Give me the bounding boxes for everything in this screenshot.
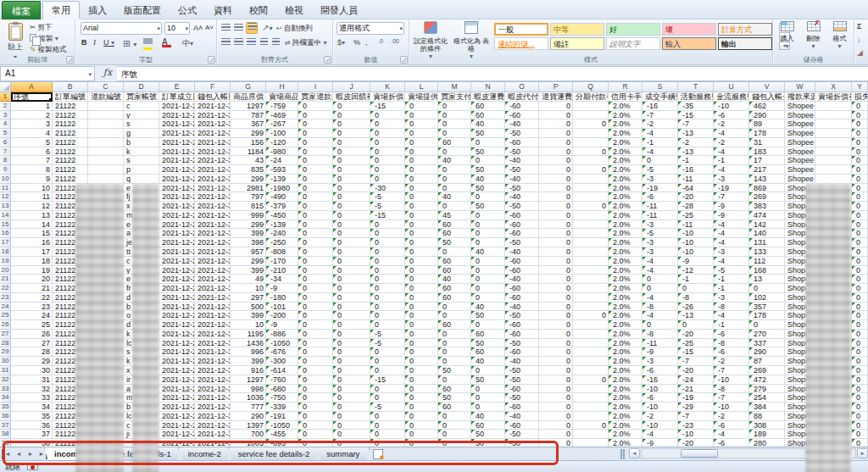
cell-L29[interactable]: 0: [405, 347, 438, 357]
cell-G19[interactable]: 299: [231, 257, 266, 266]
cell-A28[interactable]: 27: [11, 339, 53, 348]
cell-A19[interactable]: 18: [11, 257, 53, 266]
cell-A5[interactable]: 4: [11, 129, 53, 138]
cell-Q23[interactable]: [573, 293, 609, 303]
cell-U16[interactable]: -4: [714, 229, 749, 238]
cell-P16[interactable]: 0: [539, 229, 573, 238]
cell-X7[interactable]: [815, 147, 852, 157]
cell-H21[interactable]: -34: [266, 275, 298, 284]
cell-Q29[interactable]: [573, 347, 609, 357]
cell-X5[interactable]: [815, 129, 852, 138]
cell-S33[interactable]: -10: [643, 385, 678, 394]
cell-style-explan[interactable]: 說明文字: [606, 37, 660, 50]
row-header-27[interactable]: 27: [0, 330, 11, 339]
cell-M14[interactable]: 45: [438, 211, 471, 220]
cell-E22[interactable]: 2021-12-25: [159, 284, 195, 293]
row-header-36[interactable]: 36: [0, 412, 11, 421]
cell-O8[interactable]: -40: [505, 156, 539, 165]
cell-P5[interactable]: 0: [539, 129, 573, 138]
cell-A24[interactable]: 23: [11, 303, 53, 312]
cell-O25[interactable]: -50: [505, 311, 539, 320]
cell-V26[interactable]: 0: [749, 320, 785, 330]
row-header-1[interactable]: 1: [0, 92, 11, 102]
cell-Q36[interactable]: [573, 412, 609, 421]
cell-Y39[interactable]: 0: [852, 439, 868, 447]
cell-H1[interactable]: 賣場商品折價: [266, 92, 298, 102]
cell-G35[interactable]: 777: [231, 403, 266, 412]
cell-U33[interactable]: -8: [714, 385, 749, 394]
cell-R7[interactable]: 2.0%: [609, 147, 643, 157]
cell-Q11[interactable]: [573, 184, 609, 193]
row-header-12[interactable]: 12: [0, 192, 11, 202]
cell-F10[interactable]: 2021-12-31: [195, 175, 231, 184]
cell-R10[interactable]: 2.0%: [609, 175, 643, 184]
cell-Y29[interactable]: 0: [852, 347, 868, 357]
cell-H14[interactable]: -450: [266, 211, 298, 220]
cell-F7[interactable]: 2021-12-31: [195, 147, 231, 157]
cell-O10[interactable]: -40: [505, 175, 539, 184]
cell-I32[interactable]: 0: [298, 375, 333, 385]
orientation-button[interactable]: ↗▾: [261, 22, 275, 33]
cell-O27[interactable]: -60: [505, 330, 539, 339]
cell-K32[interactable]: -15: [370, 375, 405, 385]
cell-N34[interactable]: 0: [471, 393, 505, 403]
record-macro-icon[interactable]: [27, 463, 38, 470]
cell-C9[interactable]: [88, 165, 124, 175]
cell-Y16[interactable]: 0: [852, 229, 868, 238]
cell-M33[interactable]: 60: [438, 385, 471, 394]
first-sheet-button[interactable]: ◄: [2, 449, 12, 459]
cell-F6[interactable]: 2021-12-31: [195, 138, 231, 147]
cell-G11[interactable]: 2981: [231, 184, 266, 193]
cell-N38[interactable]: 50: [471, 430, 505, 439]
cell-S31[interactable]: -6: [643, 366, 678, 375]
cell-F14[interactable]: 2021-12-31: [195, 211, 231, 220]
cell-P38[interactable]: 0: [539, 430, 573, 439]
cell-O7[interactable]: -50: [505, 147, 539, 157]
cell-J8[interactable]: 0: [333, 156, 370, 165]
cell-G14[interactable]: 999: [231, 211, 266, 220]
cell-P25[interactable]: 0: [539, 311, 573, 320]
column-header-J[interactable]: J: [333, 82, 370, 92]
cell-S38[interactable]: -4: [643, 430, 678, 439]
cell-A35[interactable]: 34: [11, 403, 53, 412]
cell-T24[interactable]: -26: [678, 303, 714, 312]
cell-I5[interactable]: 0: [298, 129, 333, 138]
hscroll-thumb[interactable]: [681, 449, 718, 458]
cell-Y36[interactable]: 0: [852, 412, 868, 421]
cell-I22[interactable]: 0: [298, 284, 333, 293]
cell-A11[interactable]: 10: [11, 184, 53, 193]
cell-E35[interactable]: 2021-12-27: [159, 403, 195, 412]
cell-S13[interactable]: -11: [643, 202, 678, 211]
cell-F23[interactable]: 2021-12-31: [195, 293, 231, 303]
cell-E2[interactable]: 2021-12-22: [159, 102, 195, 111]
cell-I37[interactable]: 0: [298, 421, 333, 430]
increase-indent-button[interactable]: [271, 37, 282, 49]
cell-A20[interactable]: 19: [11, 266, 53, 275]
cell-E24[interactable]: 2021-12-25: [159, 303, 195, 312]
decrease-decimal-button[interactable]: .00: [390, 37, 404, 45]
cell-E17[interactable]: 2021-12-27: [159, 238, 195, 247]
cell-S22[interactable]: 0: [643, 284, 678, 293]
cell-K29[interactable]: 0: [370, 347, 405, 357]
cell-A22[interactable]: 21: [11, 284, 53, 293]
row-header-14[interactable]: 14: [0, 211, 11, 220]
cell-P15[interactable]: 0: [539, 220, 573, 230]
cell-U4[interactable]: -2: [714, 119, 749, 129]
cell-L5[interactable]: 0: [405, 129, 438, 138]
cell-K36[interactable]: 0: [370, 412, 405, 421]
cell-R4[interactable]: 2.0%: [609, 119, 643, 129]
cell-A33[interactable]: 32: [11, 385, 53, 394]
cell-U13[interactable]: -9: [714, 202, 749, 211]
cell-I31[interactable]: 0: [298, 366, 333, 375]
cell-L18[interactable]: 0: [405, 247, 438, 257]
cell-K8[interactable]: 0: [370, 156, 405, 165]
cell-E9[interactable]: 2021-12-26: [159, 165, 195, 175]
cell-H34[interactable]: -750: [266, 393, 298, 403]
column-header-C[interactable]: C: [88, 82, 124, 92]
cell-U27[interactable]: -6: [714, 330, 749, 339]
cell-S27[interactable]: -8: [643, 330, 678, 339]
cell-style-note[interactable]: 備註: [550, 37, 604, 50]
ribbon-tab-版面配置[interactable]: 版面配置: [115, 1, 170, 19]
cell-I11[interactable]: 0: [298, 184, 333, 193]
cell-E25[interactable]: 2021-12-26: [159, 311, 195, 320]
